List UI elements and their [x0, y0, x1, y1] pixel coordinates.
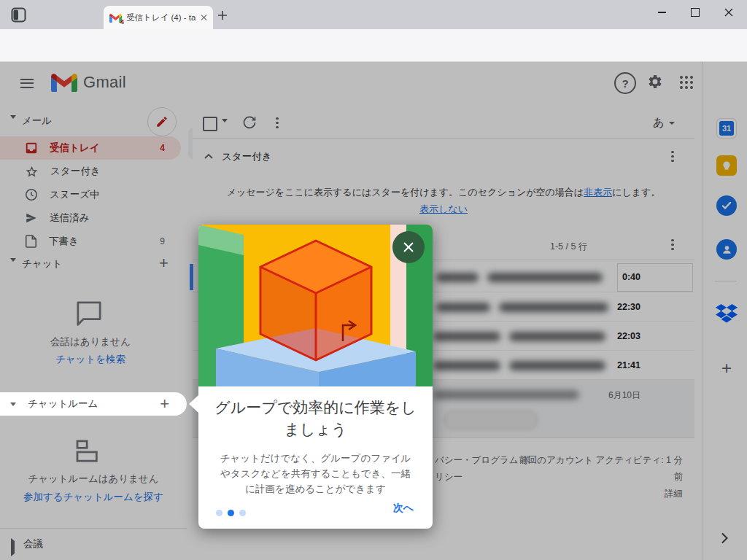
- favicon-unread-badge: 4: [120, 18, 124, 26]
- tab-title: 受信トレイ (4) - tarui.hideto@gma: [126, 12, 196, 23]
- browser-tab[interactable]: 4 受信トレイ (4) - tarui.hideto@gma: [104, 6, 213, 29]
- rooms-section-label: チャットルーム: [28, 397, 160, 411]
- sidebar-item-rooms[interactable]: チャットルーム +: [0, 392, 187, 416]
- dot-1: [216, 510, 222, 516]
- rooms-add-button[interactable]: +: [160, 394, 169, 413]
- popup-body: チャットだけでなく、グループのファイルやタスクなどを共有することもでき、一緒に計…: [217, 451, 414, 497]
- popup-next-button[interactable]: 次へ: [393, 502, 414, 515]
- dot-2-active: [228, 510, 234, 516]
- new-tab-button[interactable]: [217, 10, 228, 20]
- popup-title: グループで効率的に作業をしましょう: [207, 397, 424, 440]
- gmail-favicon: 4: [109, 13, 122, 23]
- window-minimize-button[interactable]: [645, 0, 678, 25]
- popup-close-button[interactable]: [392, 231, 425, 263]
- browser-toolbar: https://mail.google.com/mail/u/0/?zx=ayb…: [0, 29, 747, 62]
- onboarding-popup: グループで効率的に作業をしましょう チャットだけでなく、グループのファイルやタス…: [198, 225, 433, 529]
- rooms-section-collapse-icon[interactable]: [10, 402, 16, 406]
- screen: 4 受信トレイ (4) - tarui.hideto@gma: [0, 0, 747, 560]
- tab-actions-menu-icon[interactable]: [11, 7, 26, 23]
- window-maximize-button[interactable]: [678, 0, 712, 25]
- dot-3: [239, 510, 246, 516]
- browser-titlebar: 4 受信トレイ (4) - tarui.hideto@gma: [0, 0, 747, 29]
- window-close-button[interactable]: [712, 0, 746, 25]
- popup-progress-dots: [216, 506, 251, 519]
- tab-close-icon[interactable]: [200, 14, 207, 21]
- popup-callout-arrow: [189, 395, 198, 413]
